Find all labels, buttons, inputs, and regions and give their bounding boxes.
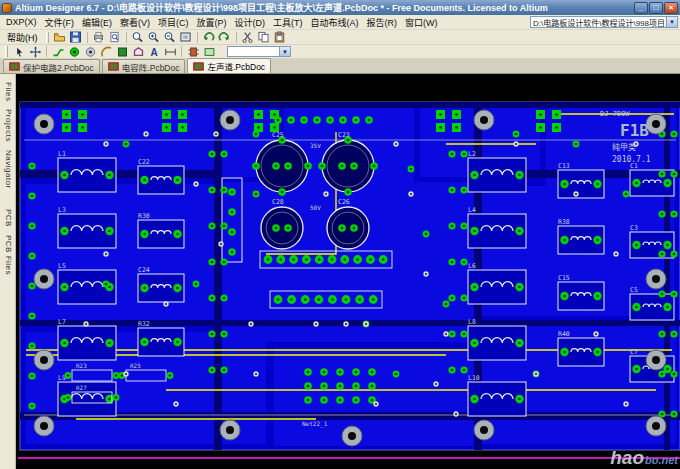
svg-text:F1B: F1B bbox=[620, 121, 649, 140]
component-button[interactable] bbox=[185, 45, 201, 58]
menu-item-3[interactable]: 察看(V) bbox=[116, 15, 154, 30]
menu-item-help[interactable]: 帮助(H) bbox=[2, 31, 43, 44]
separator bbox=[87, 32, 88, 43]
route-button[interactable] bbox=[50, 45, 66, 58]
standard-toolbar-icons bbox=[52, 31, 288, 44]
room-button[interactable] bbox=[201, 45, 217, 58]
arc-button[interactable] bbox=[98, 45, 114, 58]
chevron-down-icon[interactable]: ▼ bbox=[666, 17, 677, 27]
zoom-fit-icon bbox=[179, 31, 192, 43]
svg-text:L3: L3 bbox=[58, 206, 66, 214]
tab-document-1[interactable]: 电容阵.PcbDoc bbox=[102, 59, 186, 73]
svg-text:A: A bbox=[150, 46, 157, 57]
side-tab-pcb-files[interactable]: PCB Files bbox=[4, 231, 12, 279]
zoom-out-button[interactable] bbox=[162, 31, 178, 44]
svg-text:C15: C15 bbox=[558, 274, 570, 282]
component-icon bbox=[187, 46, 200, 58]
via-icon bbox=[84, 46, 97, 58]
save-button[interactable] bbox=[68, 31, 84, 44]
menu-item-0[interactable]: DXP(X) bbox=[2, 16, 41, 28]
undo-icon bbox=[202, 31, 215, 43]
side-tab-files[interactable]: Files bbox=[4, 78, 12, 105]
zoom-in-button[interactable] bbox=[146, 31, 162, 44]
menu-item-4[interactable]: 项目(C) bbox=[154, 15, 193, 30]
zoom-out-icon bbox=[163, 31, 176, 43]
undo-button[interactable] bbox=[201, 31, 217, 44]
separator bbox=[126, 32, 127, 43]
menu-item-1[interactable]: 文件(F) bbox=[41, 15, 79, 30]
separator bbox=[46, 46, 47, 57]
string-button[interactable]: A bbox=[146, 45, 162, 58]
chevron-down-icon[interactable]: ▼ bbox=[279, 47, 290, 56]
svg-text:DJ 700W: DJ 700W bbox=[600, 110, 630, 118]
pad-button[interactable] bbox=[66, 45, 82, 58]
side-tab-pcb[interactable]: PCB bbox=[4, 205, 12, 231]
svg-text:C23: C23 bbox=[338, 131, 350, 139]
window-controls: _□× bbox=[634, 2, 678, 14]
menu-item-9[interactable]: 报告(R) bbox=[363, 15, 402, 30]
pcbdoc-icon bbox=[108, 61, 119, 72]
fill-icon bbox=[116, 46, 129, 58]
move-button[interactable] bbox=[27, 45, 43, 58]
svg-text:C24: C24 bbox=[138, 266, 150, 274]
dxp-logo-icon bbox=[2, 3, 12, 13]
separator bbox=[236, 32, 237, 43]
path-combo[interactable]: D:\电路板设计软件\教程设计\998项目工程 ▼ bbox=[530, 16, 678, 28]
pcb-editor-canvas[interactable]: L1L3L5L7L9C22R30C24R32L2L4L6L8L10C13R38C… bbox=[16, 74, 680, 469]
menu-item-2[interactable]: 编辑(E) bbox=[78, 15, 116, 30]
title-bar[interactable]: Altium Designer 6.7 - D:\电路板设计软件\教程设计\99… bbox=[0, 0, 680, 15]
menu-item-6[interactable]: 设计(D) bbox=[231, 15, 270, 30]
tab-document-2[interactable]: 左声道.PcbDoc bbox=[187, 58, 271, 73]
dimension-button[interactable] bbox=[162, 45, 178, 58]
polygon-button[interactable] bbox=[130, 45, 146, 58]
paste-button[interactable] bbox=[272, 31, 288, 44]
fill-button[interactable] bbox=[114, 45, 130, 58]
pcb-canvas[interactable]: L1L3L5L7L9C22R30C24R32L2L4L6L8L10C13R38C… bbox=[16, 74, 680, 469]
pcbdoc-icon bbox=[9, 61, 20, 72]
zoom-in-icon bbox=[147, 31, 160, 43]
print-button[interactable] bbox=[91, 31, 107, 44]
redo-icon bbox=[218, 31, 231, 43]
copy-button[interactable] bbox=[256, 31, 272, 44]
separator bbox=[181, 46, 182, 57]
preview-button[interactable] bbox=[107, 31, 123, 44]
tab-label: 左声道.PcbDoc bbox=[207, 60, 265, 72]
filter-combo[interactable]: ▼ bbox=[227, 46, 291, 57]
zoom-fit-button[interactable] bbox=[178, 31, 194, 44]
svg-text:R23: R23 bbox=[76, 362, 87, 369]
menu-item-8[interactable]: 自动布线(A) bbox=[307, 15, 363, 30]
copy-icon bbox=[257, 31, 270, 43]
open-button[interactable] bbox=[52, 31, 68, 44]
move-icon bbox=[29, 46, 42, 58]
minimize-button[interactable]: _ bbox=[634, 2, 648, 14]
svg-text:L7: L7 bbox=[58, 318, 66, 326]
maximize-button[interactable]: □ bbox=[649, 2, 663, 14]
svg-text:R27: R27 bbox=[76, 384, 87, 391]
tab-document-0[interactable]: 保护电路2.PcbDoc bbox=[3, 59, 100, 73]
polygon-icon bbox=[132, 46, 145, 58]
document-tab-bar: 保护电路2.PcbDoc电容阵.PcbDoc左声道.PcbDoc bbox=[0, 59, 680, 74]
cut-button[interactable] bbox=[240, 31, 256, 44]
side-tab-navigator[interactable]: Navigator bbox=[4, 146, 12, 193]
paste-icon bbox=[273, 31, 286, 43]
svg-text:L8: L8 bbox=[468, 318, 476, 326]
save-icon bbox=[69, 31, 82, 43]
redo-button[interactable] bbox=[217, 31, 233, 44]
close-button[interactable]: × bbox=[664, 2, 678, 14]
find-button[interactable] bbox=[130, 31, 146, 44]
svg-text:L1: L1 bbox=[58, 150, 66, 158]
route-icon bbox=[52, 46, 65, 58]
main-area: FilesProjectsNavigatorPCBPCB Files L1L3L… bbox=[0, 74, 680, 469]
svg-text:R25: R25 bbox=[130, 362, 141, 369]
svg-text:L2: L2 bbox=[468, 150, 476, 158]
svg-text:R32: R32 bbox=[138, 320, 150, 328]
menu-item-7[interactable]: 工具(T) bbox=[269, 15, 307, 30]
side-tab-projects[interactable]: Projects bbox=[4, 105, 12, 146]
placement-toolbar-icons: A bbox=[11, 45, 217, 58]
menu-item-10[interactable]: 窗口(W) bbox=[401, 15, 442, 30]
toolbar-grip bbox=[5, 46, 8, 57]
select-button[interactable] bbox=[11, 45, 27, 58]
menu-item-5[interactable]: 放置(P) bbox=[193, 15, 231, 30]
via-button[interactable] bbox=[82, 45, 98, 58]
svg-text:C22: C22 bbox=[138, 158, 150, 166]
